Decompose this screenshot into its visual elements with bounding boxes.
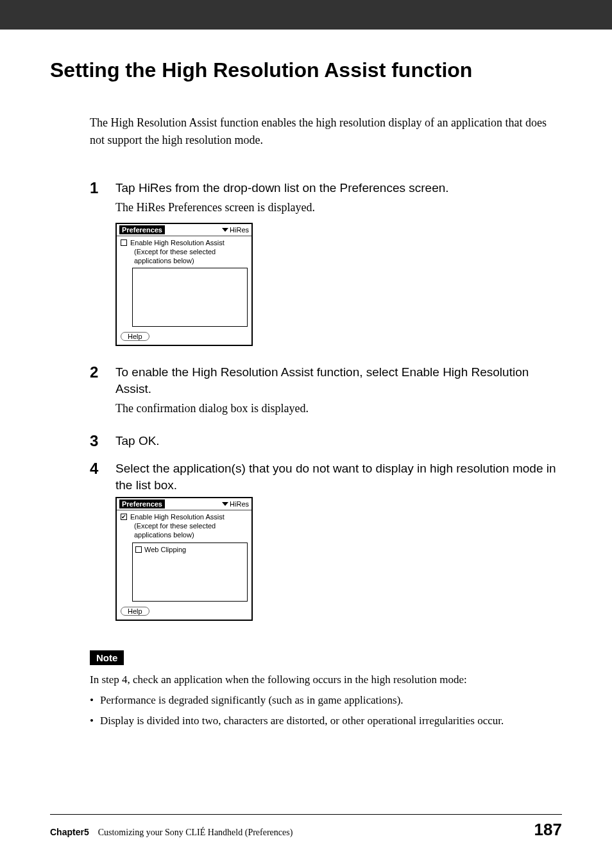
note-badge: Note bbox=[90, 650, 124, 665]
intro-paragraph: The High Resolution Assist function enab… bbox=[90, 114, 562, 149]
page-content: Setting the High Resolution Assist funct… bbox=[0, 30, 612, 730]
step-4: 4 Select the application(s) that you do … bbox=[90, 460, 562, 630]
page-title: Setting the High Resolution Assist funct… bbox=[50, 58, 562, 82]
step-title: To enable the High Resolution Assist fun… bbox=[115, 364, 562, 397]
screenshot-1: Preferences HiRes Enable High Resolution… bbox=[115, 223, 253, 346]
ss-app-list[interactable]: Web Clipping bbox=[132, 542, 248, 602]
ss-checkbox-label: Enable High Resolution Assist bbox=[130, 239, 248, 248]
ss-list-checkbox[interactable] bbox=[135, 546, 142, 553]
ss-help-button[interactable]: Help bbox=[121, 607, 149, 616]
note-bullet-1: • Performance is degraded significantly … bbox=[90, 692, 562, 709]
note-bullet-text: Display is divided into two, characters … bbox=[100, 713, 504, 729]
step-2: 2 To enable the High Resolution Assist f… bbox=[90, 364, 562, 423]
footer-subtitle: Customizing your Sony CLIÉ Handheld (Pre… bbox=[98, 828, 293, 837]
step-number: 2 bbox=[90, 364, 115, 423]
step-number: 3 bbox=[90, 433, 115, 452]
ss-checkbox-sublabel: (Except for these selected applications … bbox=[130, 248, 248, 266]
note-body: In step 4, check an application when the… bbox=[90, 672, 562, 730]
ss-checkbox-label: Enable High Resolution Assist bbox=[130, 513, 248, 522]
ss-menu-label: HiRes bbox=[230, 500, 249, 508]
step-description: The HiRes Preferences screen is displaye… bbox=[115, 199, 562, 216]
dropdown-triangle-icon bbox=[222, 502, 228, 506]
header-bar bbox=[0, 0, 612, 30]
ss-title-bar: Preferences bbox=[119, 499, 165, 508]
note-bullet-2: • Display is divided into two, character… bbox=[90, 713, 562, 729]
page-footer: Chapter5 Customizing your Sony CLIÉ Hand… bbox=[50, 814, 562, 840]
step-description: The confirmation dialog box is displayed… bbox=[115, 400, 562, 417]
ss-title-bar: Preferences bbox=[119, 225, 165, 234]
dropdown-triangle-icon bbox=[222, 228, 228, 232]
ss-checkbox-unchecked[interactable] bbox=[121, 239, 127, 246]
bullet-icon: • bbox=[90, 692, 100, 709]
ss-checkbox-sublabel: (Except for these selected applications … bbox=[130, 522, 248, 540]
ss-menu-label: HiRes bbox=[230, 226, 249, 234]
note-bullet-text: Performance is degraded significantly (s… bbox=[100, 692, 404, 709]
bullet-icon: • bbox=[90, 713, 100, 729]
ss-list-item-label: Web Clipping bbox=[144, 546, 186, 553]
note-intro: In step 4, check an application when the… bbox=[90, 672, 562, 688]
ss-help-button[interactable]: Help bbox=[121, 332, 149, 341]
ss-app-list-empty[interactable] bbox=[132, 268, 248, 327]
step-3: 3 Tap OK. bbox=[90, 433, 562, 452]
step-title: Select the application(s) that you do no… bbox=[115, 460, 562, 493]
ss-dropdown[interactable]: HiRes bbox=[222, 499, 249, 508]
footer-chapter: Chapter5 bbox=[50, 827, 89, 837]
page-number: 187 bbox=[534, 820, 562, 840]
step-title: Tap OK. bbox=[115, 433, 562, 449]
ss-dropdown[interactable]: HiRes bbox=[222, 225, 249, 234]
screenshot-2: Preferences HiRes ✔ Enable High Resoluti… bbox=[115, 497, 253, 620]
step-title: Tap HiRes from the drop-down list on the… bbox=[115, 180, 562, 196]
step-number: 4 bbox=[90, 460, 115, 630]
step-1: 1 Tap HiRes from the drop-down list on t… bbox=[90, 180, 562, 355]
step-number: 1 bbox=[90, 180, 115, 355]
ss-checkbox-checked[interactable]: ✔ bbox=[121, 514, 127, 520]
